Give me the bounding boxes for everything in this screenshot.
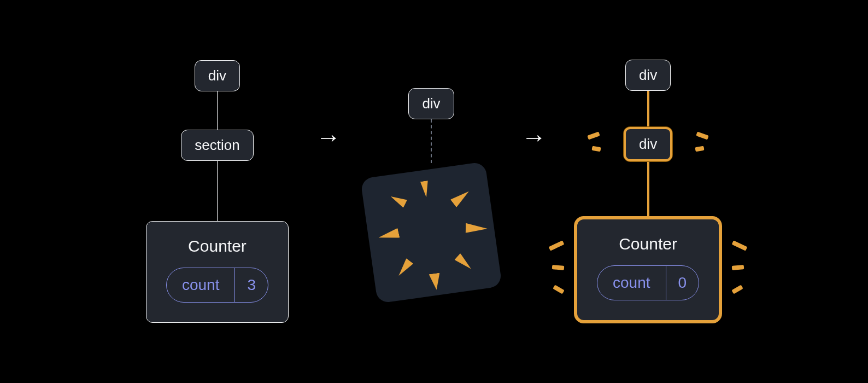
connector — [217, 91, 218, 130]
counter-title: Counter — [619, 235, 677, 253]
node-root: div — [195, 60, 240, 91]
poof-icon — [360, 161, 502, 304]
tree-stage-before: div section Counter count 3 — [146, 60, 289, 323]
arrow-icon: → — [516, 124, 552, 149]
node-div-new: div — [624, 127, 672, 161]
connector-dashed — [431, 119, 432, 163]
state-value: 0 — [666, 266, 699, 300]
connector-highlight — [647, 91, 649, 127]
tree-stage-after: div div Counter count 0 — [574, 60, 722, 323]
counter-component: Counter count 3 — [146, 221, 289, 323]
node-root: div — [625, 60, 671, 91]
state-label: count — [167, 268, 235, 302]
connector — [217, 161, 218, 221]
node-div-new-wrap: div — [624, 127, 672, 161]
state-pill: count 3 — [166, 268, 268, 303]
tree-stage-destroyed: div — [368, 88, 494, 295]
connector-highlight — [647, 161, 649, 216]
counter-new-wrap: Counter count 0 — [574, 216, 722, 323]
counter-title: Counter — [188, 237, 247, 256]
arrow-icon: → — [310, 124, 347, 149]
counter-component-new: Counter count 0 — [574, 216, 722, 323]
state-label: count — [597, 266, 666, 300]
state-pill: count 0 — [597, 265, 699, 300]
node-section: section — [181, 130, 253, 161]
state-value: 3 — [234, 268, 268, 302]
node-root: div — [408, 88, 454, 119]
